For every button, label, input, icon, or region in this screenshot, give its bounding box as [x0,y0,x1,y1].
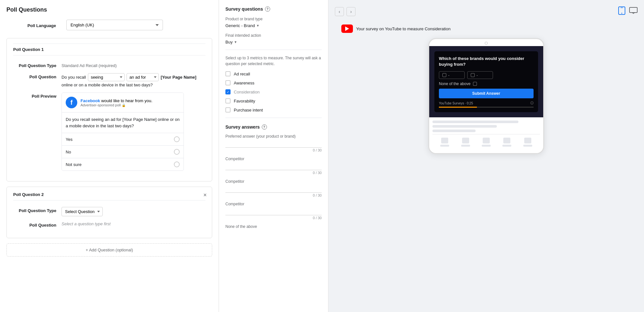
do-you-recall-text: Do you recall [62,75,86,80]
nav-next-button[interactable]: › [346,7,355,16]
seeing-dropdown[interactable]: seeing hearing about [88,73,125,81]
info-icon: ⓘ [530,101,534,105]
youtube-preview-banner: Your survey on YouTube to measure Consid… [335,24,450,33]
poll-question-second-line: online or on a mobile device in the last… [62,83,205,87]
competitor-1-input[interactable] [225,162,322,170]
competitor-3-input[interactable] [225,208,322,215]
an-ad-for-dropdown[interactable]: an ad for a post from [127,73,159,81]
option-not-sure-label: Not sure [66,162,81,167]
svg-point-1 [621,13,622,14]
thumbs-up-icon [441,138,448,143]
ad-recall-checkbox[interactable] [225,71,231,76]
nav-arrows: ‹ › [335,7,355,16]
purchase-intent-label: Purchase intent [234,108,263,112]
share-action[interactable] [502,138,511,147]
purchase-intent-checkbox[interactable] [225,107,231,112]
option-yes-label: Yes [66,137,72,142]
divider-2 [225,118,322,118]
poll-language-label: Poll Language [26,22,61,28]
none-above-checkbox[interactable] [473,82,477,86]
competitor-1-group: Competitor 0 / 30 [225,157,322,175]
poll-question-2-header: Poll Question 2 [13,192,205,200]
competitor-3-label: Competitor [225,202,322,206]
video-area: Which of these brands would you consider… [429,46,543,117]
answer-checkbox-1 [442,73,446,77]
brand-name: Facebook [80,98,100,103]
action-dropdown-arrow: ▼ [234,40,237,44]
left-panel: Poll Questions Poll Language English (UK… [0,0,219,312]
preferred-answer-input[interactable] [225,140,322,148]
radio-yes[interactable] [174,136,180,142]
poll-preview-content: f Facebook would like to hear from you. … [62,93,205,171]
radio-no[interactable] [174,149,180,155]
favorability-checkbox[interactable] [225,98,231,103]
yt-surveys-label: YouTube Surveys · 0:25 [439,102,473,105]
yt-surveys-footer: YouTube Surveys · 0:25 ⓘ [439,101,534,105]
survey-answers-header: Survey answers ? [225,124,322,130]
awareness-label: Awareness [234,81,254,85]
desktop-device-button[interactable] [629,7,638,16]
competitor-2-label: Competitor [225,179,322,184]
poll-question-2-section: Poll Question 2 × Poll Question Type Sel… [6,187,212,238]
competitor-2-counter: 0 / 30 [225,193,322,197]
competitor-2-group: Competitor 0 / 30 [225,179,322,197]
comment-action[interactable] [482,138,491,147]
nav-prev-button[interactable]: ‹ [335,7,344,16]
answer-option-1-text: - [448,73,450,77]
poll-option-yes: Yes [62,133,184,145]
metric-purchase-intent-row: Purchase intent [225,107,322,112]
right-panel-toolbar: ‹ › [335,6,638,17]
radio-not-sure[interactable] [174,161,180,167]
poll-language-select[interactable]: English (UK) English (US) French German … [66,20,163,30]
metric-awareness-row: Awareness [225,80,322,85]
page-title: Poll Questions [6,6,212,13]
brand-dropdown[interactable]: Generic - Brand ▼ [225,23,322,28]
yt-progress-bar [439,107,534,108]
select-question-dropdown[interactable]: Select Question Ad recall Awareness Cons… [62,207,103,216]
comment-icon [483,138,490,143]
poll-question-2-label: Poll Question [13,221,62,228]
mobile-device-button[interactable] [618,6,625,17]
metric-ad-recall-row: Ad recall [225,71,322,76]
phone-content [429,117,543,153]
youtube-logo [341,24,353,33]
close-question-2-button[interactable]: × [203,192,207,198]
none-above-group: None of the above [225,224,322,229]
poll-question-2-row: Poll Question Select a question type fir… [13,221,205,228]
download-action[interactable] [523,138,532,147]
answer-option-1[interactable]: - [439,71,465,79]
competitor-2-input[interactable] [225,185,322,193]
answer-option-2[interactable]: - [467,71,493,79]
competitor-3-counter: 0 / 30 [225,216,322,220]
thumbs-up-action[interactable] [440,138,449,147]
preferred-answer-label: Preferred answer (your product or brand) [225,134,322,139]
poll-option-not-sure: Not sure [62,158,184,171]
action-dropdown[interactable]: Buy ▼ [225,40,322,44]
none-above-field-label: None of the above [225,224,322,229]
metric-description: Select up to 3 metrics to measure. The s… [225,55,322,67]
youtube-banner-text: Your survey on YouTube to measure Consid… [356,26,450,31]
thumbs-down-action[interactable] [461,138,470,147]
middle-panel: Survey questions ? Product or brand type… [219,0,328,312]
share-icon [503,138,510,143]
phone-camera-icon [485,42,488,45]
add-question-button[interactable]: + Add Question (optional) [6,243,212,257]
phone-action-row [432,134,540,150]
survey-answers-help-icon[interactable]: ? [262,124,267,130]
download-label [523,145,532,147]
poll-type-value: Standard Ad Recall (required) [62,62,205,68]
poll-type-row: Poll Question Type Standard Ad Recall (r… [13,62,205,68]
preferred-answer-counter: 0 / 30 [225,148,322,152]
survey-answers-section: Survey answers ? Preferred answer (your … [225,124,322,229]
competitor-1-counter: 0 / 30 [225,171,322,175]
none-above-option-row: None of the above [439,82,534,86]
poll-question-1-header: Poll Question 1 [13,44,205,55]
preview-tagline: would like to hear from you. [101,98,152,103]
right-panel: ‹ › [328,0,644,312]
survey-questions-help-icon[interactable]: ? [265,6,270,12]
awareness-checkbox[interactable] [225,80,231,85]
submit-answer-button[interactable]: Submit Answer [439,89,534,98]
facebook-logo: f [66,97,77,108]
comment-label [482,145,491,147]
survey-questions-label: Survey questions [225,6,263,12]
